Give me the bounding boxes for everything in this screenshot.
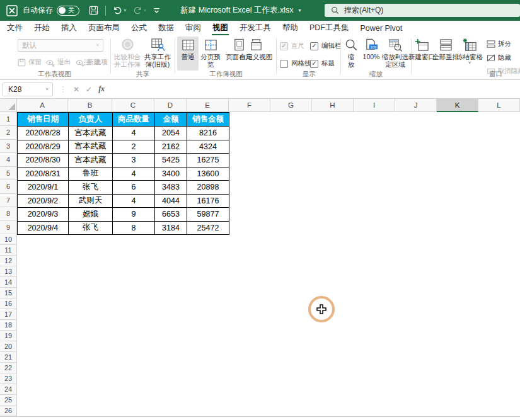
table-cell-B9[interactable]: 张飞	[69, 222, 113, 236]
select-all-corner[interactable]	[0, 99, 17, 112]
autosave-switch-icon[interactable]: 关	[57, 6, 79, 16]
split-button[interactable]: 拆分	[487, 40, 511, 48]
new-window-button[interactable]: 新建窗口	[413, 37, 430, 71]
row-header-16[interactable]: 16	[0, 298, 17, 309]
formula-bar-checkbox[interactable]: 编辑栏	[310, 42, 342, 50]
keep-view-button[interactable]: 保留	[18, 58, 42, 67]
row-header-7[interactable]: 7	[0, 194, 17, 208]
table-cell-A9[interactable]: 2020/9/4	[18, 222, 69, 236]
row-header-19[interactable]: 19	[0, 331, 17, 341]
tab-page-layout[interactable]: 页面布局	[83, 21, 125, 35]
column-header-K[interactable]: K	[437, 99, 478, 112]
table-cell-A6[interactable]: 2020/9/1	[18, 181, 69, 195]
share-workbook-button[interactable]: 共享工作簿(旧版)	[143, 37, 172, 71]
document-title[interactable]: 新建 Microsoft Excel 工作表.xlsx ▾	[180, 5, 301, 16]
tab-formulas[interactable]: 公式	[125, 21, 153, 35]
table-cell-E3[interactable]: 4324	[187, 140, 229, 154]
table-cell-C3[interactable]: 2	[113, 140, 155, 154]
row-header-25[interactable]: 25	[0, 395, 17, 406]
name-box[interactable]: K28 ˅	[3, 82, 53, 96]
table-cell-D6[interactable]: 3483	[155, 181, 187, 195]
table-cell-B5[interactable]: 鲁班	[69, 167, 113, 181]
table-cell-C5[interactable]: 4	[113, 167, 155, 181]
row-header-5[interactable]: 5	[0, 167, 17, 181]
enter-icon[interactable]: ✓	[86, 85, 92, 94]
column-header-F[interactable]: F	[229, 99, 270, 112]
column-header-H[interactable]: H	[312, 99, 354, 112]
normal-view-button[interactable]: 普通	[177, 37, 199, 71]
save-button[interactable]	[86, 6, 101, 15]
row-header-10[interactable]: 10	[0, 234, 17, 245]
row-header-8[interactable]: 8	[0, 207, 17, 221]
table-cell-D7[interactable]: 4044	[155, 195, 187, 208]
table-cell-C2[interactable]: 4	[113, 127, 155, 140]
column-header-I[interactable]: I	[354, 99, 395, 112]
table-header-cell[interactable]: 商品数量	[113, 113, 155, 127]
table-cell-B3[interactable]: 宫本武藏	[69, 140, 113, 154]
search-input[interactable]: 搜索(Alt+Q)	[325, 4, 520, 17]
table-header-cell[interactable]: 销售金额	[187, 113, 229, 127]
table-cell-A8[interactable]: 2020/9/3	[18, 208, 69, 222]
view-options-button[interactable]: 选项	[84, 58, 108, 67]
row-header-22[interactable]: 22	[0, 363, 17, 373]
table-cell-A2[interactable]: 2020/8/28	[18, 127, 69, 140]
row-header-11[interactable]: 11	[0, 245, 17, 256]
column-header-E[interactable]: E	[187, 99, 229, 112]
table-cell-A4[interactable]: 2020/8/30	[18, 154, 69, 167]
row-header-18[interactable]: 18	[0, 320, 17, 331]
sheet-view-dropdown[interactable]: 默认 ˅	[18, 39, 103, 52]
row-header-21[interactable]: 21	[0, 352, 17, 363]
table-cell-B8[interactable]: 嫦娥	[69, 208, 113, 222]
table-cell-D2[interactable]: 2054	[155, 127, 187, 140]
table-cell-A3[interactable]: 2020/8/29	[18, 140, 69, 154]
tab-developer[interactable]: 开发工具	[234, 21, 277, 35]
cancel-icon[interactable]: ✕	[73, 85, 79, 94]
custom-views-button[interactable]: 自定义视图	[238, 37, 274, 71]
row-header-24[interactable]: 24	[0, 384, 17, 395]
table-cell-B7[interactable]: 武则天	[69, 195, 113, 208]
table-cell-C4[interactable]: 3	[113, 154, 155, 167]
compare-merge-button[interactable]: 比较和合并工作簿	[112, 37, 142, 71]
spreadsheet-grid[interactable]: ABCDEFGHIJKL 123456789101112131415161718…	[0, 99, 520, 420]
tab-power-pivot[interactable]: Power Pivot	[355, 21, 408, 35]
column-header-A[interactable]: A	[17, 99, 68, 112]
undo-button[interactable]: ˅	[110, 6, 130, 15]
column-header-D[interactable]: D	[154, 99, 187, 112]
table-cell-C8[interactable]: 9	[113, 208, 155, 222]
table-cell-D3[interactable]: 2162	[155, 140, 187, 154]
tab-insert[interactable]: 插入	[55, 21, 83, 35]
row-header-14[interactable]: 14	[0, 277, 17, 288]
tab-file[interactable]: 文件	[1, 21, 28, 35]
column-header-J[interactable]: J	[395, 99, 437, 112]
insert-function-icon[interactable]: fx	[98, 84, 105, 94]
formula-input[interactable]	[111, 82, 520, 96]
gridlines-checkbox[interactable]: 网格线	[280, 59, 311, 68]
row-header-3[interactable]: 3	[0, 140, 17, 154]
row-header-26[interactable]: 26	[0, 406, 17, 416]
autosave-toggle[interactable]: 自动保存 关	[23, 5, 79, 16]
column-header-B[interactable]: B	[68, 99, 112, 112]
tab-home[interactable]: 开始	[28, 21, 55, 35]
table-cell-D9[interactable]: 3184	[155, 222, 187, 236]
row-header-15[interactable]: 15	[0, 288, 17, 298]
row-header-6[interactable]: 6	[0, 180, 17, 194]
chevron-down-icon[interactable]: ˅	[45, 87, 49, 92]
hide-button[interactable]: 隐藏	[487, 54, 511, 62]
row-header-13[interactable]: 13	[0, 266, 17, 277]
table-cell-B6[interactable]: 张飞	[69, 181, 113, 195]
table-cell-C7[interactable]: 4	[113, 195, 155, 208]
redo-dropdown-icon[interactable]: ˅	[144, 8, 147, 13]
table-cell-B2[interactable]: 宫本武藏	[69, 127, 113, 140]
row-header-4[interactable]: 4	[0, 153, 17, 167]
table-cell-B4[interactable]: 宫本武藏	[69, 154, 113, 167]
tab-data[interactable]: 数据	[153, 21, 180, 35]
table-cell-E9[interactable]: 25472	[187, 222, 229, 236]
headings-checkbox[interactable]: 标题	[310, 59, 335, 68]
exit-view-button[interactable]: 退出	[46, 58, 71, 67]
row-header-20[interactable]: 20	[0, 341, 17, 352]
table-cell-E2[interactable]: 8216	[187, 127, 229, 140]
table-cell-D4[interactable]: 5425	[155, 154, 187, 167]
customize-quick-access-button[interactable]	[149, 6, 164, 14]
tab-pdf-toolkit[interactable]: PDF工具集	[304, 21, 355, 35]
table-header-cell[interactable]: 销售日期	[18, 113, 69, 127]
